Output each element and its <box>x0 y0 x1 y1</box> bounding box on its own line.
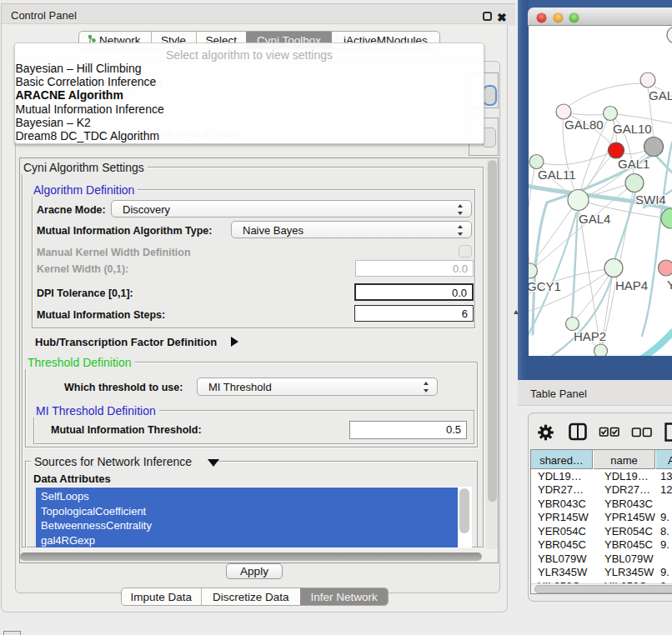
svg-text:GAL1: GAL1 <box>618 157 649 171</box>
svg-text:Y: Y <box>667 278 672 292</box>
svg-text:HAP2: HAP2 <box>574 329 606 343</box>
svg-text:GAL4: GAL4 <box>579 212 610 226</box>
svg-text:GAL11: GAL11 <box>538 168 576 182</box>
svg-text:GAL: GAL <box>649 88 672 102</box>
svg-text:SWI4: SWI4 <box>635 192 666 207</box>
svg-text:GAL80: GAL80 <box>564 118 604 132</box>
svg-text:HAP4: HAP4 <box>615 278 648 292</box>
svg-text:GCY1: GCY1 <box>529 279 561 293</box>
svg-text:GAL10: GAL10 <box>613 122 652 136</box>
